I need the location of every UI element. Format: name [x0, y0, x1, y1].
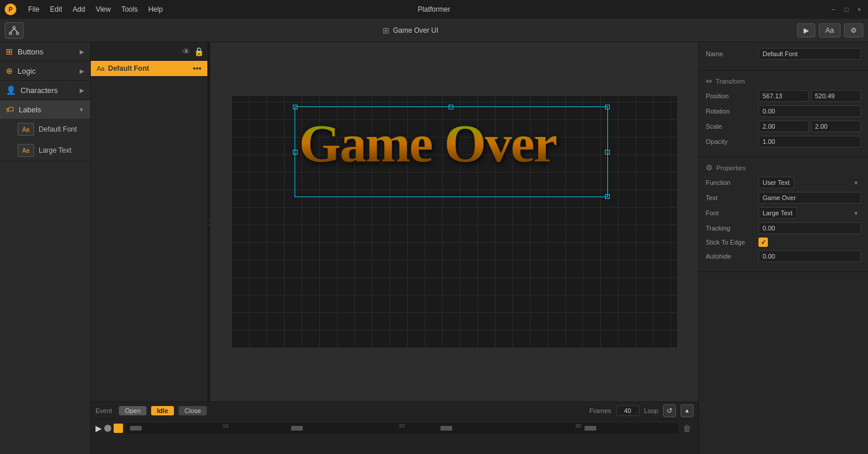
app-title: Platformer	[418, 5, 450, 13]
handle-tl[interactable]	[293, 105, 298, 109]
handle-tm[interactable]	[449, 105, 453, 109]
rp-scale-row: Scale	[706, 121, 861, 132]
sidebar-header-buttons[interactable]: ⊞ Buttons ▶	[0, 42, 90, 61]
loop-label: Loop	[644, 407, 658, 414]
rp-stick-to-edge-checkbox[interactable]	[758, 238, 768, 247]
svg-point-1	[9, 32, 12, 35]
loop-button[interactable]: ↺	[663, 404, 676, 417]
open-button[interactable]: Open	[119, 406, 146, 415]
rp-rotation-value[interactable]	[758, 105, 861, 117]
keyframe-30[interactable]	[585, 426, 596, 431]
titlebar-left: P File Edit Add View Tools Help	[5, 4, 168, 15]
rp-scale-values	[758, 121, 861, 132]
handle-br[interactable]	[605, 194, 610, 199]
timeline: Event Open Idle Close Frames Loop ↺ ▲ ▶	[91, 401, 698, 454]
rp-opacity-label: Opacity	[706, 138, 758, 145]
track-timeline[interactable]: 10 20 30	[125, 423, 678, 434]
menu-tools[interactable]: Tools	[117, 4, 142, 15]
rp-properties-title: ⚙ Properties	[706, 163, 861, 172]
characters-label: Characters	[20, 86, 75, 95]
rp-name-section: Name Default Font	[699, 42, 868, 71]
canvas-grid[interactable]: Game Over	[232, 96, 677, 348]
rp-position-values	[758, 90, 861, 102]
menu-help[interactable]: Help	[143, 4, 168, 15]
rp-opacity-value[interactable]	[758, 136, 861, 147]
transform-icon: ⇔	[706, 77, 712, 85]
delete-button[interactable]: 🗑	[681, 422, 693, 434]
frames-input[interactable]	[616, 405, 640, 416]
characters-arrow: ▶	[80, 87, 84, 94]
close-button[interactable]: Close	[179, 406, 207, 415]
tab-label[interactable]: Game Over UI	[393, 26, 438, 35]
record-button[interactable]	[104, 425, 111, 432]
sidebar-item-large-text[interactable]: Aa Large Text	[0, 140, 90, 161]
logic-label: Logic	[18, 67, 75, 75]
idle-button[interactable]: Idle	[151, 406, 174, 415]
rp-text-value[interactable]	[758, 192, 861, 204]
large-text-label: Large Text	[39, 146, 71, 154]
characters-icon: 👤	[6, 85, 16, 95]
hierarchy-item-dots[interactable]: •••	[193, 64, 201, 73]
playhead[interactable]	[130, 426, 142, 431]
sidebar-header-logic[interactable]: ⊕ Logic ▶	[0, 61, 90, 80]
menu-view[interactable]: View	[91, 4, 115, 15]
hierarchy-item-default-font[interactable]: Aa Default Font •••	[91, 61, 207, 76]
handle-mr[interactable]	[605, 150, 610, 154]
app-logo: P	[5, 4, 16, 15]
handle-ml[interactable]	[293, 150, 298, 154]
rp-position-x[interactable]	[758, 90, 809, 102]
rp-autohide-value[interactable]	[758, 250, 861, 262]
settings-button[interactable]: ⚙	[844, 23, 863, 37]
rp-function-select-wrap: User Text	[758, 177, 861, 188]
toolbar-right: ▶ Aa ⚙	[797, 23, 863, 37]
menu-edit[interactable]: Edit	[45, 4, 67, 15]
keyframe-20[interactable]	[440, 426, 452, 431]
sidebar-section-characters: 👤 Characters ▶	[0, 81, 90, 100]
rp-font-row: Font Large Text	[706, 207, 861, 219]
keyframe-marker[interactable]	[114, 424, 123, 433]
marker-30: 30	[575, 423, 581, 429]
rp-font-select-wrap: Large Text	[758, 207, 861, 219]
rp-position-y[interactable]	[811, 90, 862, 102]
logic-arrow: ▶	[80, 68, 84, 74]
titlebar: P File Edit Add View Tools Help Platform…	[0, 0, 868, 19]
handle-tr[interactable]	[605, 105, 610, 109]
keyframe-10[interactable]	[291, 426, 303, 431]
minimize-button[interactable]: −	[829, 5, 838, 13]
rp-position-label: Position	[706, 92, 758, 99]
labels-arrow: ▼	[78, 106, 84, 113]
default-font-icon: Aa	[18, 123, 34, 136]
menu-add[interactable]: Add	[68, 4, 90, 15]
event-label: Event	[95, 407, 112, 414]
sidebar-header-characters[interactable]: 👤 Characters ▶	[0, 81, 90, 99]
rp-tracking-value[interactable]	[758, 222, 861, 234]
menu-file[interactable]: File	[23, 4, 44, 15]
rp-function-select[interactable]: User Text	[758, 177, 794, 188]
rp-properties-section: ⚙ Properties Function User Text Text Fon…	[699, 157, 868, 272]
hierarchy-panel: 👁 🔒 Aa Default Font •••	[91, 42, 208, 401]
sidebar-header-labels[interactable]: 🏷 Labels ▼	[0, 100, 90, 119]
visibility-icon[interactable]: 👁	[182, 47, 190, 56]
rp-autohide-row: Autohide	[706, 250, 861, 262]
play-button[interactable]: ▶	[797, 23, 815, 37]
rp-scale-label: Scale	[706, 123, 758, 130]
sidebar-section-buttons: ⊞ Buttons ▶	[0, 42, 90, 61]
play-track-button[interactable]: ▶	[95, 424, 102, 433]
network-icon-btn[interactable]	[5, 22, 23, 39]
rp-name-row: Name Default Font	[706, 48, 861, 60]
menu-bar: File Edit Add View Tools Help	[23, 4, 168, 15]
rp-scale-x[interactable]	[758, 121, 809, 132]
rp-transform-section: ⇔ Transform Position Rotation Scale	[699, 71, 868, 157]
maximize-button[interactable]: □	[842, 5, 850, 13]
toolbar-center: ⊞ Game Over UI	[28, 26, 792, 35]
lock-icon[interactable]: 🔒	[194, 47, 204, 56]
close-button[interactable]: ×	[855, 5, 863, 13]
rp-rotation-label: Rotation	[706, 108, 758, 115]
hierarchy-item-icon: Aa	[97, 65, 104, 72]
expand-button[interactable]: ▲	[681, 404, 693, 417]
rp-scale-y[interactable]	[811, 121, 862, 132]
rp-font-select[interactable]: Large Text	[758, 207, 797, 219]
rp-text-label: Text	[706, 194, 758, 201]
sidebar-item-default-font[interactable]: Aa Default Font	[0, 119, 90, 140]
font-button[interactable]: Aa	[819, 23, 840, 37]
